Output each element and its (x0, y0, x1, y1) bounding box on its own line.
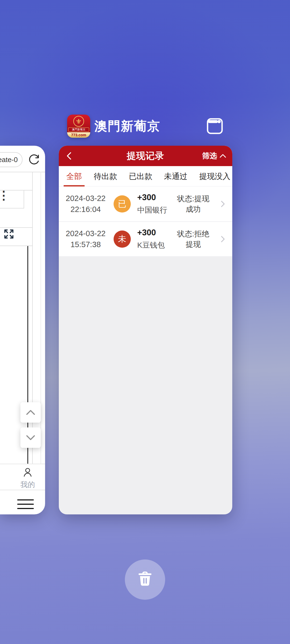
record-status: 状态:提现 成功 (170, 193, 217, 214)
divider (0, 172, 45, 172)
divider (0, 490, 45, 490)
record-amount: +300 (137, 193, 170, 202)
status-badge: 未 (114, 230, 131, 248)
person-icon (21, 466, 34, 479)
app-icon-band-text: 澳門新葡京 (68, 127, 89, 132)
recents-card-withdraw-records[interactable]: 提现记录 筛选 全部 待出款 已出款 未通过 提现没入 2024-03-22 2… (59, 146, 232, 514)
filter-button[interactable]: 筛选 (202, 146, 226, 166)
trash-icon (136, 571, 154, 588)
record-channel: 中国银行 (137, 205, 170, 215)
menu-icon[interactable] (17, 499, 34, 510)
tab-notcredit[interactable]: 提现没入 (199, 166, 230, 186)
tab-pending[interactable]: 待出款 (94, 166, 117, 186)
address-bar[interactable]: eate-0 (0, 152, 23, 167)
tab-bar: 全部 待出款 已出款 未通过 提现没入 (59, 166, 232, 186)
recents-screen: ⚜ 澳門新葡京 773.com 澳門新葡京 eate-0 (0, 0, 290, 644)
chevron-right-icon (218, 199, 227, 209)
fullscreen-icon[interactable] (2, 227, 16, 241)
refresh-icon[interactable] (28, 154, 40, 166)
back-icon[interactable] (64, 151, 75, 161)
record-channel: K豆钱包 (137, 240, 170, 250)
record-row[interactable]: 2024-03-22 22:16:04 已 +300 中国银行 状态:提现 成功 (59, 186, 232, 221)
split-screen-icon[interactable] (206, 118, 223, 135)
app-icon: ⚜ 澳門新葡京 773.com (67, 115, 90, 138)
record-datetime: 2024-03-22 15:57:38 (61, 228, 110, 250)
record-datetime: 2024-03-22 22:16:04 (61, 193, 110, 215)
bottom-nav-mine[interactable]: 我的 (0, 464, 45, 490)
tab-rejected[interactable]: 未通过 (164, 166, 187, 186)
scroll-up-button[interactable] (20, 402, 41, 423)
tab-paid[interactable]: 已出款 (129, 166, 152, 186)
recents-app-header[interactable]: ⚜ 澳門新葡京 773.com 澳門新葡京 (0, 113, 290, 140)
divider (0, 208, 24, 208)
app-icon-domain: 773.com (67, 132, 90, 138)
record-amount: +300 (137, 228, 170, 237)
status-badge: 已 (114, 195, 131, 213)
filter-label: 筛选 (202, 151, 217, 161)
recents-card-browser[interactable]: eate-0 ⋮ (0, 146, 45, 514)
withdraw-header: 提现记录 筛选 (59, 146, 232, 166)
divider (24, 190, 24, 208)
scroll-down-button[interactable] (20, 427, 41, 448)
clear-all-button[interactable] (125, 559, 165, 600)
tab-all[interactable]: 全部 (66, 166, 82, 186)
app-icon-emblem: ⚜ (73, 116, 84, 127)
page-title: 提现记录 (127, 150, 164, 162)
overflow-dots-icon[interactable]: ⋮ (0, 192, 10, 199)
chevron-right-icon (218, 234, 227, 244)
record-status: 状态:拒绝 提现 (170, 229, 217, 250)
chevron-up-icon (219, 153, 226, 158)
record-amount-block: +300 中国银行 (137, 193, 170, 215)
app-title[interactable]: 澳門新葡京 (95, 113, 160, 140)
record-amount-block: +300 K豆钱包 (137, 228, 170, 250)
nav-label: 我的 (5, 480, 50, 489)
record-row[interactable]: 2024-03-22 15:57:38 未 +300 K豆钱包 状态:拒绝 提现 (59, 221, 232, 256)
